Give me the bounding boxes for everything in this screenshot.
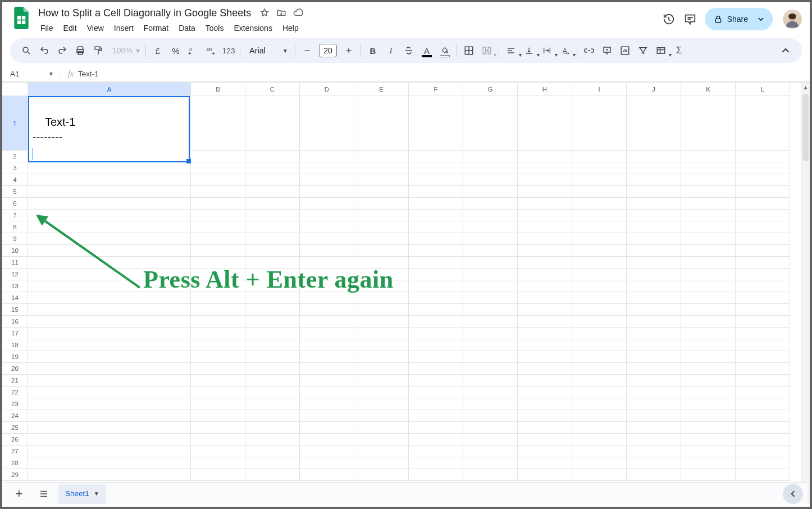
cell[interactable] <box>627 387 681 398</box>
cell[interactable] <box>518 162 572 174</box>
cell[interactable] <box>463 198 518 210</box>
cell[interactable] <box>409 316 463 328</box>
cell[interactable] <box>681 304 736 316</box>
row-header-3[interactable]: 3 <box>2 162 28 174</box>
cell[interactable] <box>409 292 463 304</box>
cell[interactable] <box>627 469 681 481</box>
cell[interactable] <box>518 221 572 233</box>
cell[interactable] <box>245 434 300 446</box>
row-header-12[interactable]: 12 <box>2 269 28 280</box>
cell[interactable] <box>245 339 300 351</box>
cell[interactable] <box>245 245 300 257</box>
cell[interactable] <box>736 410 790 422</box>
cell[interactable] <box>191 162 245 174</box>
cell[interactable] <box>191 210 245 221</box>
cell[interactable] <box>572 245 627 257</box>
cell[interactable] <box>409 280 463 292</box>
row-header-20[interactable]: 20 <box>2 363 28 375</box>
cell[interactable] <box>736 398 790 410</box>
active-cell-editor[interactable]: Text-1 -------- <box>28 96 190 162</box>
cell[interactable] <box>736 469 790 481</box>
cell[interactable] <box>409 351 463 363</box>
cell[interactable] <box>28 398 191 410</box>
cell[interactable] <box>518 257 572 269</box>
share-dropdown[interactable] <box>757 8 773 30</box>
cell[interactable] <box>518 375 572 387</box>
cell[interactable] <box>681 328 736 339</box>
cell[interactable] <box>572 96 627 151</box>
menu-tools[interactable]: Tools <box>201 21 229 35</box>
cell[interactable] <box>627 328 681 339</box>
cell[interactable] <box>518 446 572 457</box>
cell[interactable] <box>681 280 736 292</box>
cell[interactable] <box>463 351 518 363</box>
cell[interactable] <box>627 422 681 434</box>
cell[interactable] <box>627 434 681 446</box>
cell[interactable] <box>28 375 191 387</box>
cell[interactable] <box>572 375 627 387</box>
row-header-28[interactable]: 28 <box>2 457 28 469</box>
cell[interactable] <box>681 221 736 233</box>
cell[interactable] <box>627 198 681 210</box>
cell[interactable] <box>245 96 300 151</box>
row-header-8[interactable]: 8 <box>2 221 28 233</box>
cell[interactable] <box>354 351 409 363</box>
cell[interactable] <box>572 363 627 375</box>
col-header-J[interactable]: J <box>627 83 681 96</box>
cell[interactable] <box>627 257 681 269</box>
cell[interactable] <box>463 387 518 398</box>
cell[interactable] <box>681 351 736 363</box>
cell[interactable] <box>28 446 191 457</box>
doc-title[interactable]: How to Split a Cell Diagonally in Google… <box>36 7 253 20</box>
text-rotation-icon[interactable]: A▾ <box>556 42 573 59</box>
cell[interactable] <box>463 186 518 198</box>
cell[interactable] <box>409 174 463 186</box>
cell[interactable] <box>463 269 518 280</box>
cell[interactable] <box>681 434 736 446</box>
cell[interactable] <box>518 469 572 481</box>
formula-input[interactable]: Text-1 <box>77 70 810 78</box>
table-view-icon[interactable]: ▾ <box>653 42 669 59</box>
cell[interactable] <box>518 387 572 398</box>
cell[interactable] <box>300 469 354 481</box>
cell[interactable] <box>28 162 191 174</box>
cell[interactable] <box>681 186 736 198</box>
row-header-19[interactable]: 19 <box>2 351 28 363</box>
cell[interactable] <box>191 304 245 316</box>
cell[interactable] <box>572 304 627 316</box>
col-header-K[interactable]: K <box>681 83 736 96</box>
cell[interactable] <box>300 398 354 410</box>
cell[interactable] <box>736 174 790 186</box>
cell[interactable] <box>572 174 627 186</box>
cell[interactable] <box>736 446 790 457</box>
cell[interactable] <box>627 210 681 221</box>
cell[interactable] <box>409 363 463 375</box>
cell[interactable] <box>572 280 627 292</box>
cell[interactable] <box>28 422 191 434</box>
cell[interactable] <box>300 351 354 363</box>
cell[interactable] <box>300 174 354 186</box>
cell[interactable] <box>245 398 300 410</box>
cell[interactable] <box>736 257 790 269</box>
cell[interactable] <box>409 434 463 446</box>
cell[interactable] <box>409 151 463 162</box>
all-sheets-icon[interactable] <box>34 484 54 504</box>
row-header-23[interactable]: 23 <box>2 398 28 410</box>
insert-link-icon[interactable] <box>581 42 597 59</box>
number-format-button[interactable]: 123 <box>221 47 236 55</box>
cell[interactable] <box>354 363 409 375</box>
cell[interactable] <box>736 457 790 469</box>
cell[interactable] <box>572 198 627 210</box>
cell[interactable] <box>245 174 300 186</box>
cell[interactable] <box>300 422 354 434</box>
cell[interactable] <box>736 96 790 151</box>
col-header-G[interactable]: G <box>463 83 518 96</box>
undo-icon[interactable] <box>36 42 53 59</box>
text-color-icon[interactable]: A <box>418 42 435 59</box>
functions-icon[interactable]: Σ <box>670 42 687 59</box>
cell[interactable] <box>463 398 518 410</box>
cell[interactable] <box>572 257 627 269</box>
name-box[interactable]: A1 ▼ <box>6 70 57 78</box>
cell[interactable] <box>300 233 354 245</box>
scroll-up-icon[interactable]: ▲ <box>801 83 810 92</box>
